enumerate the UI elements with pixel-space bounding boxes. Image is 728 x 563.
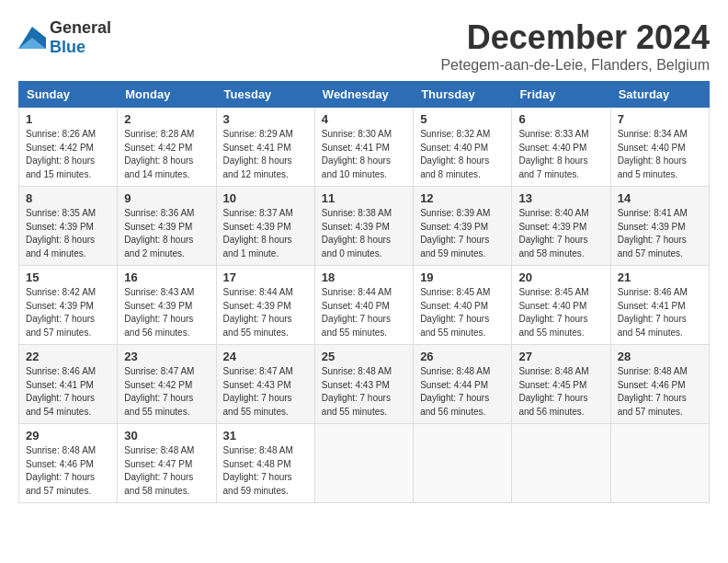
day-number: 19 bbox=[420, 270, 505, 284]
calendar-day-23: 23Sunrise: 8:47 AMSunset: 4:42 PMDayligh… bbox=[118, 345, 216, 424]
day-number: 17 bbox=[223, 270, 308, 284]
day-number: 22 bbox=[26, 350, 110, 363]
day-number: 27 bbox=[518, 350, 603, 363]
day-info: Sunrise: 8:48 AMSunset: 4:47 PMDaylight:… bbox=[124, 444, 209, 498]
calendar-week-2: 8Sunrise: 8:35 AMSunset: 4:39 PMDaylight… bbox=[19, 187, 710, 266]
page-header: General Blue December 2024 Petegem-aan-d… bbox=[18, 18, 710, 74]
day-info: Sunrise: 8:47 AMSunset: 4:42 PMDaylight:… bbox=[124, 365, 209, 419]
logo-general: General bbox=[50, 18, 111, 37]
day-number: 12 bbox=[420, 191, 505, 205]
header-wednesday: Wednesday bbox=[314, 82, 413, 108]
calendar-day-9: 9Sunrise: 8:36 AMSunset: 4:39 PMDaylight… bbox=[118, 187, 216, 266]
calendar-day-19: 19Sunrise: 8:45 AMSunset: 4:40 PMDayligh… bbox=[414, 266, 512, 345]
main-title: December 2024 bbox=[440, 18, 710, 57]
day-number: 29 bbox=[26, 429, 110, 442]
day-number: 11 bbox=[322, 191, 406, 205]
day-number: 21 bbox=[618, 270, 702, 284]
day-number: 13 bbox=[518, 191, 603, 205]
calendar-day-13: 13Sunrise: 8:40 AMSunset: 4:39 PMDayligh… bbox=[512, 187, 610, 266]
day-number: 23 bbox=[124, 350, 209, 363]
day-info: Sunrise: 8:44 AMSunset: 4:40 PMDaylight:… bbox=[322, 286, 406, 339]
header-saturday: Saturday bbox=[610, 82, 709, 108]
day-number: 14 bbox=[618, 191, 702, 205]
calendar-day-28: 28Sunrise: 8:48 AMSunset: 4:46 PMDayligh… bbox=[610, 345, 709, 424]
day-info: Sunrise: 8:48 AMSunset: 4:43 PMDaylight:… bbox=[322, 365, 406, 419]
empty-cell bbox=[512, 424, 610, 503]
calendar-day-18: 18Sunrise: 8:44 AMSunset: 4:40 PMDayligh… bbox=[314, 266, 413, 345]
day-info: Sunrise: 8:46 AMSunset: 4:41 PMDaylight:… bbox=[618, 286, 702, 339]
calendar-day-8: 8Sunrise: 8:35 AMSunset: 4:39 PMDaylight… bbox=[19, 187, 118, 266]
day-info: Sunrise: 8:40 AMSunset: 4:39 PMDaylight:… bbox=[518, 207, 603, 260]
day-info: Sunrise: 8:26 AMSunset: 4:42 PMDaylight:… bbox=[26, 128, 110, 181]
day-info: Sunrise: 8:43 AMSunset: 4:39 PMDaylight:… bbox=[124, 286, 209, 339]
day-info: Sunrise: 8:37 AMSunset: 4:39 PMDaylight:… bbox=[223, 207, 308, 260]
logo-icon bbox=[18, 27, 46, 49]
calendar-day-5: 5Sunrise: 8:32 AMSunset: 4:40 PMDaylight… bbox=[414, 108, 512, 187]
day-number: 31 bbox=[223, 429, 308, 442]
day-number: 6 bbox=[518, 112, 603, 126]
day-number: 8 bbox=[26, 191, 110, 205]
day-info: Sunrise: 8:35 AMSunset: 4:39 PMDaylight:… bbox=[26, 207, 110, 260]
day-number: 5 bbox=[420, 112, 505, 126]
day-number: 15 bbox=[26, 270, 110, 284]
day-info: Sunrise: 8:48 AMSunset: 4:44 PMDaylight:… bbox=[420, 365, 505, 419]
day-number: 16 bbox=[124, 270, 209, 284]
day-info: Sunrise: 8:34 AMSunset: 4:40 PMDaylight:… bbox=[618, 128, 702, 181]
calendar-day-7: 7Sunrise: 8:34 AMSunset: 4:40 PMDaylight… bbox=[610, 108, 709, 187]
calendar-day-22: 22Sunrise: 8:46 AMSunset: 4:41 PMDayligh… bbox=[19, 345, 118, 424]
day-info: Sunrise: 8:28 AMSunset: 4:42 PMDaylight:… bbox=[124, 128, 209, 181]
day-info: Sunrise: 8:33 AMSunset: 4:40 PMDaylight:… bbox=[518, 128, 603, 181]
day-info: Sunrise: 8:48 AMSunset: 4:46 PMDaylight:… bbox=[26, 444, 110, 498]
day-info: Sunrise: 8:39 AMSunset: 4:39 PMDaylight:… bbox=[420, 207, 505, 260]
day-number: 4 bbox=[322, 112, 406, 126]
calendar-day-11: 11Sunrise: 8:38 AMSunset: 4:39 PMDayligh… bbox=[314, 187, 413, 266]
day-number: 20 bbox=[518, 270, 603, 284]
calendar-day-12: 12Sunrise: 8:39 AMSunset: 4:39 PMDayligh… bbox=[414, 187, 512, 266]
day-number: 30 bbox=[124, 429, 209, 442]
day-info: Sunrise: 8:41 AMSunset: 4:39 PMDaylight:… bbox=[618, 207, 702, 260]
calendar-day-30: 30Sunrise: 8:48 AMSunset: 4:47 PMDayligh… bbox=[118, 424, 216, 503]
logo: General Blue bbox=[18, 18, 111, 57]
calendar-day-26: 26Sunrise: 8:48 AMSunset: 4:44 PMDayligh… bbox=[414, 345, 512, 424]
title-block: December 2024 Petegem-aan-de-Leie, Fland… bbox=[440, 18, 710, 74]
calendar-week-3: 15Sunrise: 8:42 AMSunset: 4:39 PMDayligh… bbox=[19, 266, 710, 345]
header-monday: Monday bbox=[118, 82, 216, 108]
day-number: 7 bbox=[618, 112, 702, 126]
calendar-day-14: 14Sunrise: 8:41 AMSunset: 4:39 PMDayligh… bbox=[610, 187, 709, 266]
calendar-day-20: 20Sunrise: 8:45 AMSunset: 4:40 PMDayligh… bbox=[512, 266, 610, 345]
calendar-day-6: 6Sunrise: 8:33 AMSunset: 4:40 PMDaylight… bbox=[512, 108, 610, 187]
calendar-day-1: 1Sunrise: 8:26 AMSunset: 4:42 PMDaylight… bbox=[19, 108, 118, 187]
day-info: Sunrise: 8:38 AMSunset: 4:39 PMDaylight:… bbox=[322, 207, 406, 260]
day-info: Sunrise: 8:29 AMSunset: 4:41 PMDaylight:… bbox=[223, 128, 308, 181]
calendar-day-29: 29Sunrise: 8:48 AMSunset: 4:46 PMDayligh… bbox=[19, 424, 118, 503]
day-info: Sunrise: 8:48 AMSunset: 4:46 PMDaylight:… bbox=[618, 365, 702, 419]
day-number: 28 bbox=[618, 350, 702, 363]
calendar-day-17: 17Sunrise: 8:44 AMSunset: 4:39 PMDayligh… bbox=[216, 266, 314, 345]
calendar-day-24: 24Sunrise: 8:47 AMSunset: 4:43 PMDayligh… bbox=[216, 345, 314, 424]
day-info: Sunrise: 8:36 AMSunset: 4:39 PMDaylight:… bbox=[124, 207, 209, 260]
day-number: 26 bbox=[420, 350, 505, 363]
calendar-day-15: 15Sunrise: 8:42 AMSunset: 4:39 PMDayligh… bbox=[19, 266, 118, 345]
calendar-day-3: 3Sunrise: 8:29 AMSunset: 4:41 PMDaylight… bbox=[216, 108, 314, 187]
day-number: 2 bbox=[124, 112, 209, 126]
day-info: Sunrise: 8:45 AMSunset: 4:40 PMDaylight:… bbox=[518, 286, 603, 339]
calendar-day-31: 31Sunrise: 8:48 AMSunset: 4:48 PMDayligh… bbox=[216, 424, 314, 503]
day-number: 25 bbox=[322, 350, 406, 363]
day-number: 1 bbox=[26, 112, 110, 126]
calendar-day-2: 2Sunrise: 8:28 AMSunset: 4:42 PMDaylight… bbox=[118, 108, 216, 187]
header-tuesday: Tuesday bbox=[216, 82, 314, 108]
day-info: Sunrise: 8:46 AMSunset: 4:41 PMDaylight:… bbox=[26, 365, 110, 419]
day-info: Sunrise: 8:47 AMSunset: 4:43 PMDaylight:… bbox=[223, 365, 308, 419]
day-info: Sunrise: 8:30 AMSunset: 4:41 PMDaylight:… bbox=[322, 128, 406, 181]
empty-cell bbox=[414, 424, 512, 503]
calendar-day-4: 4Sunrise: 8:30 AMSunset: 4:41 PMDaylight… bbox=[314, 108, 413, 187]
empty-cell bbox=[610, 424, 709, 503]
calendar-table: SundayMondayTuesdayWednesdayThursdayFrid… bbox=[18, 81, 710, 503]
calendar-day-16: 16Sunrise: 8:43 AMSunset: 4:39 PMDayligh… bbox=[118, 266, 216, 345]
calendar-day-21: 21Sunrise: 8:46 AMSunset: 4:41 PMDayligh… bbox=[610, 266, 709, 345]
day-info: Sunrise: 8:44 AMSunset: 4:39 PMDaylight:… bbox=[223, 286, 308, 339]
calendar-day-10: 10Sunrise: 8:37 AMSunset: 4:39 PMDayligh… bbox=[216, 187, 314, 266]
calendar-day-27: 27Sunrise: 8:48 AMSunset: 4:45 PMDayligh… bbox=[512, 345, 610, 424]
calendar-day-25: 25Sunrise: 8:48 AMSunset: 4:43 PMDayligh… bbox=[314, 345, 413, 424]
logo-blue: Blue bbox=[50, 38, 85, 56]
